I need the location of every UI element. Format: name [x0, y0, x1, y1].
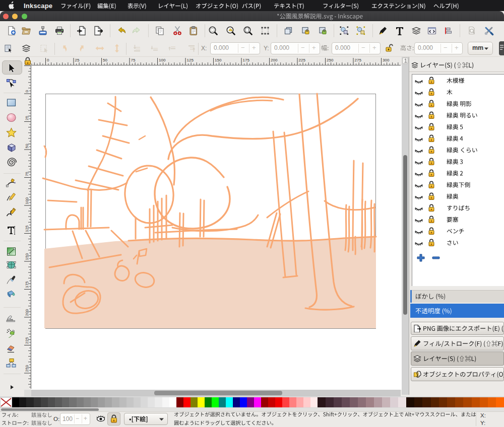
svg-text:125: 125: [187, 58, 194, 62]
svg-text:150: 150: [215, 58, 222, 62]
svg-text:50: 50: [103, 58, 107, 62]
svg-text:75: 75: [25, 172, 29, 176]
svg-text:0: 0: [47, 58, 49, 62]
svg-text:25: 25: [25, 116, 29, 120]
svg-text:200: 200: [271, 58, 278, 62]
svg-text:0: 0: [25, 90, 29, 93]
svg-text:175: 175: [243, 58, 250, 62]
svg-text:300: 300: [383, 58, 390, 62]
svg-text:225: 225: [25, 337, 29, 344]
svg-text:175: 175: [25, 281, 29, 288]
svg-text:125: 125: [25, 225, 29, 232]
svg-text:200: 200: [25, 309, 29, 316]
svg-text:75: 75: [131, 58, 136, 62]
svg-text:100: 100: [159, 58, 166, 62]
svg-text:250: 250: [327, 58, 334, 62]
svg-text:275: 275: [355, 58, 362, 62]
svg-text:25: 25: [75, 58, 80, 62]
svg-text:100: 100: [25, 197, 29, 204]
svg-text:250: 250: [25, 365, 29, 372]
svg-text:150: 150: [25, 253, 29, 260]
svg-text:225: 225: [299, 58, 306, 62]
svg-text:50: 50: [25, 144, 29, 148]
